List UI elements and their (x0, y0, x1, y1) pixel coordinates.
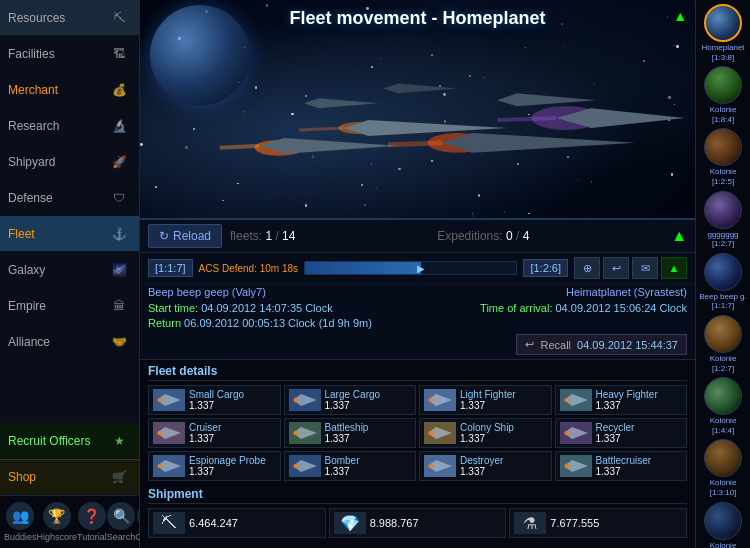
planet-slot-kolonie2[interactable]: Kolonie[1:2:5] (699, 128, 747, 186)
sidebar-item-defense[interactable]: Defense 🛡 (0, 180, 139, 216)
sidebar-item-facilities[interactable]: Facilities 🏗 (0, 36, 139, 72)
bottom-item-tutorial[interactable]: ❓ Tutorial (77, 502, 107, 542)
mission-panel: [1:1:7] ACS Defend: 10m 18s ▶ [1:2:6] ⊕ … (140, 253, 695, 360)
ship-name-7: Recycler (596, 422, 635, 433)
progress-fill (305, 262, 421, 274)
fleets-max: 14 (282, 229, 295, 243)
reload-icon: ↻ (159, 229, 169, 243)
fleets-current: 1 (265, 229, 272, 243)
sidebar-label-merchant: Merchant (8, 83, 107, 97)
to-name: Heimatplanet (Syrastest) (566, 286, 687, 298)
fleet-icon: ⚓ (107, 222, 131, 246)
mission-ctrl-1[interactable]: ⊕ (574, 257, 600, 279)
svg-point-26 (293, 431, 298, 436)
sidebar-item-alliance[interactable]: Alliance 🤝 (0, 324, 139, 360)
ship-info-10: Destroyer 1.337 (460, 455, 503, 477)
planet-slot-kolonie5[interactable]: Kolonie[1:3:10] (699, 439, 747, 497)
planet-slot-beep[interactable]: Beep beep g.[1:1:7] (699, 253, 747, 311)
search-label: Search (107, 532, 136, 542)
ship-item-colony-ship: Colony Ship 1.337 (419, 418, 552, 448)
sidebar-item-merchant[interactable]: Merchant 💰 (0, 72, 139, 108)
sidebar-item-shop[interactable]: Shop 🛒 (0, 459, 139, 495)
facilities-icon: 🏗 (107, 42, 131, 66)
recall-icon: ↩ (525, 338, 534, 351)
recruit-label: Recruit Officers (8, 434, 107, 448)
expand-arrow-icon[interactable]: ▲ (673, 8, 687, 24)
svg-point-18 (293, 398, 298, 403)
ship-thumb-10 (424, 455, 456, 477)
planet-label-homeplanet: Homeplanet[1:3:8] (701, 43, 744, 62)
sidebar-item-galaxy[interactable]: Galaxy 🌌 (0, 252, 139, 288)
svg-point-36 (429, 464, 434, 469)
ship-thumb-3 (560, 389, 592, 411)
ship-thumb-7 (560, 422, 592, 444)
shipment-title: Shipment (148, 487, 687, 504)
sidebar-label-research: Research (8, 119, 107, 133)
ship-count-10: 1.337 (460, 466, 503, 477)
ship-count-0: 1.337 (189, 400, 244, 411)
recall-time: 04.09.2012 15:44:37 (577, 339, 678, 351)
coord-to-badge[interactable]: [1:2:6] (523, 259, 568, 277)
arrival-label-text: Time of arrival: 04.09.2012 15:06:24 Clo… (480, 302, 687, 314)
planet-slot-ggg[interactable]: ggggggg[1:2:7] (699, 191, 747, 249)
mission-progress-bar: ▶ (304, 261, 517, 275)
svg-marker-8 (304, 98, 378, 108)
recall-button[interactable]: ↩ Recall 04.09.2012 15:44:37 (516, 334, 687, 355)
ship-name-11: Battlecruiser (596, 455, 652, 466)
ship-count-11: 1.337 (596, 466, 652, 477)
planet-slot-kolonie1[interactable]: Kolonie[1:8:4] (699, 66, 747, 124)
fleet-bar-expand-icon[interactable]: ▲ (671, 227, 687, 245)
svg-point-20 (429, 398, 434, 403)
mission-progress-row: [1:1:7] ACS Defend: 10m 18s ▶ [1:2:6] ⊕ … (140, 253, 695, 284)
sidebar-item-fleet[interactable]: Fleet ⚓ (0, 216, 139, 252)
sidebar-item-research[interactable]: Research 🔬 (0, 108, 139, 144)
ship-item-light-fighter: Light Fighter 1.337 (419, 385, 552, 415)
planet-slot-kolonie4[interactable]: Kolonie[1:4:4] (699, 377, 747, 435)
buddies-label: Buddies (4, 532, 37, 542)
bottom-item-highscore[interactable]: 🏆 Highscore (37, 502, 78, 542)
expeditions-current: 0 (506, 229, 513, 243)
ship-item-bomber: Bomber 1.337 (284, 451, 417, 481)
mission-ctrl-expand[interactable]: ▲ (661, 257, 687, 279)
sidebar-item-resources[interactable]: Resources ⛏ (0, 0, 139, 36)
planet-slot-kolonie3[interactable]: Kolonie[1:2:7] (699, 315, 747, 373)
alliance-icon: 🤝 (107, 330, 131, 354)
sidebar-item-empire[interactable]: Empire 🏛 (0, 288, 139, 324)
ship-count-9: 1.337 (325, 466, 360, 477)
bottom-item-search[interactable]: 🔍 Search (107, 502, 136, 542)
from-name: Beep beep geep (Valy7) (148, 286, 266, 298)
res-thumb-Deuterium: ⚗ (514, 512, 546, 534)
sidebar-item-recruit[interactable]: Recruit Officers ★ (0, 423, 139, 459)
resource-item-metal: ⛏ 6.464.247 (148, 508, 326, 538)
bottom-item-buddies[interactable]: 👥 Buddies (4, 502, 37, 542)
planet-slot-kolonie6[interactable]: Kolonie[1:3:6] (699, 502, 747, 549)
res-amount-crystal: 8.988.767 (370, 517, 419, 529)
svg-point-32 (158, 464, 163, 469)
ship-info-5: Battleship 1.337 (325, 422, 369, 444)
mission-ctrl-2[interactable]: ↩ (603, 257, 629, 279)
timing-row: Start time: 04.09.2012 14:07:35 Clock Ti… (140, 300, 695, 316)
ship-thumb-5 (289, 422, 321, 444)
ship-item-recycler: Recycler 1.337 (555, 418, 688, 448)
ship-count-4: 1.337 (189, 433, 221, 444)
right-panel-planets: Homeplanet[1:3:8] Kolonie[1:8:4] Kolonie… (695, 0, 750, 548)
ship-thumb-9 (289, 455, 321, 477)
svg-point-38 (564, 464, 569, 469)
ship-name-3: Heavy Fighter (596, 389, 658, 400)
fleets-label: fleets: (230, 229, 262, 243)
res-amount-metal: 6.464.247 (189, 517, 238, 529)
coord-from-badge[interactable]: [1:1:7] (148, 259, 193, 277)
ship-count-8: 1.337 (189, 466, 266, 477)
tutorial-icon: ❓ (78, 502, 106, 530)
ship-item-battleship: Battleship 1.337 (284, 418, 417, 448)
ship-info-3: Heavy Fighter 1.337 (596, 389, 658, 411)
sidebar-item-shipyard[interactable]: Shipyard 🚀 (0, 144, 139, 180)
planet-ball-kolonie4 (704, 377, 742, 415)
page-title: Fleet movement - Homeplanet (140, 8, 695, 29)
mission-ctrl-3[interactable]: ✉ (632, 257, 658, 279)
planet-slot-homeplanet[interactable]: Homeplanet[1:3:8] (699, 4, 747, 62)
reload-button[interactable]: ↻ Reload (148, 224, 222, 248)
ship-item-small-cargo: Small Cargo 1.337 (148, 385, 281, 415)
fleet-details-title: Fleet details (148, 364, 687, 381)
planet-label-kolonie3: Kolonie[1:2:7] (710, 354, 737, 373)
